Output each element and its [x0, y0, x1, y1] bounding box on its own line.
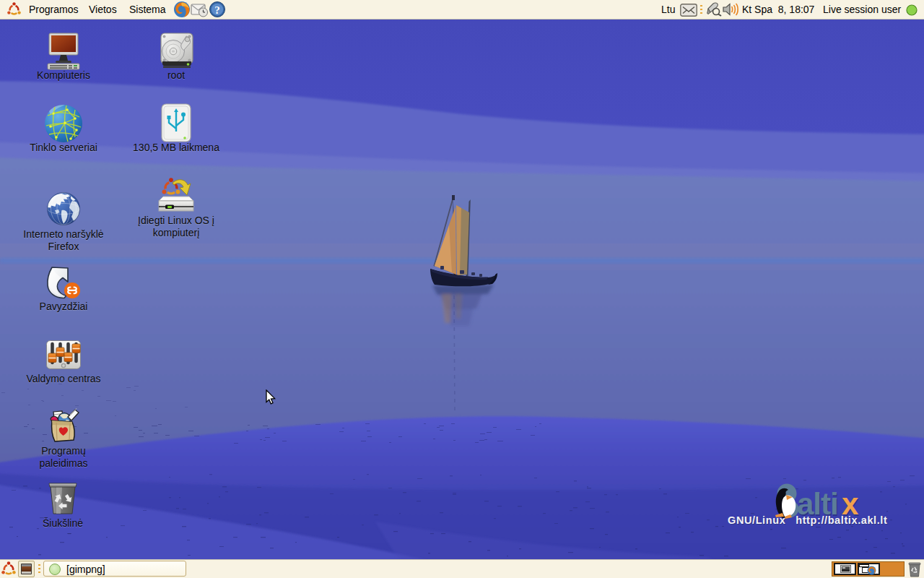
svg-text:?: ? [214, 4, 220, 16]
svg-text:GNU/Linux http://baltix.akl.: GNU/Linux http://baltix.akl.lt [728, 514, 887, 526]
